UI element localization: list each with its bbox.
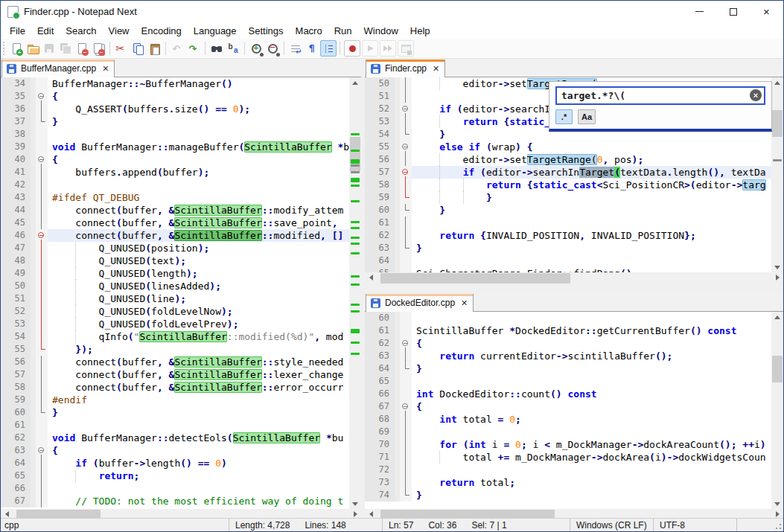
code-line[interactable]: 57 if (editor->searchInTarget(textData.l… <box>365 166 771 179</box>
bookmark-margin[interactable] <box>395 103 400 115</box>
fold-margin[interactable] <box>400 229 412 242</box>
code-line[interactable]: 45 connect(buffer, &ScintillaBuffer::sav… <box>1 217 349 229</box>
scroll-up-arrow[interactable] <box>771 312 783 322</box>
fold-margin[interactable] <box>36 444 48 457</box>
code-line[interactable]: 64} <box>365 362 771 375</box>
code-line[interactable]: 65 <box>365 375 771 388</box>
fold-margin[interactable] <box>400 451 412 464</box>
tab-close-icon[interactable]: ✕ <box>461 298 468 308</box>
bookmark-margin[interactable] <box>31 103 36 115</box>
scroll-right-arrow[interactable] <box>771 272 783 283</box>
code-line[interactable]: 38 <box>1 128 349 141</box>
tab-dockededitor[interactable]: DockedEditor.cpp ✕ <box>366 294 474 312</box>
fold-margin[interactable] <box>400 413 412 426</box>
code-line[interactable]: 74} <box>365 489 771 501</box>
code-line[interactable]: 62 return {INVALID_POSITION, INVALID_POS… <box>365 229 771 242</box>
fold-margin[interactable] <box>36 103 48 115</box>
fold-margin[interactable] <box>400 426 412 438</box>
fold-margin[interactable] <box>36 77 48 90</box>
code-line[interactable]: 52 Q_UNUSED(foldLevelNow); <box>1 305 349 318</box>
code-line[interactable]: 61 <box>1 419 349 432</box>
maximize-button[interactable] <box>716 1 750 22</box>
status-eol-format[interactable]: Windows (CR LF) <box>570 519 653 531</box>
bookmark-margin[interactable] <box>395 153 400 166</box>
v-scrollbar[interactable] <box>771 312 783 509</box>
fold-margin[interactable] <box>36 343 48 356</box>
word-wrap-button[interactable] <box>287 40 304 57</box>
bookmark-margin[interactable] <box>31 191 36 204</box>
fold-margin[interactable] <box>36 368 48 381</box>
fold-margin[interactable] <box>400 204 412 217</box>
scroll-track[interactable] <box>377 272 771 284</box>
close-button[interactable]: × <box>750 1 783 22</box>
code-line[interactable]: 37} <box>1 115 349 128</box>
code-line[interactable]: 73 return total; <box>365 476 771 489</box>
bookmark-margin[interactable] <box>395 464 400 476</box>
bookmark-margin[interactable] <box>31 305 36 318</box>
fold-margin[interactable] <box>400 400 412 413</box>
bookmark-margin[interactable] <box>395 229 400 242</box>
fold-margin[interactable] <box>36 330 48 343</box>
tab-finder[interactable]: Finder.cpp ✕ <box>366 60 445 77</box>
bookmark-margin[interactable] <box>395 267 400 272</box>
fold-margin[interactable] <box>36 242 48 254</box>
bookmark-margin[interactable] <box>31 77 36 90</box>
editor-buffermanager[interactable]: 34BufferManager::~BufferManager()35{36 Q… <box>1 77 361 509</box>
scroll-thumb[interactable] <box>772 110 783 136</box>
bookmark-margin[interactable] <box>395 254 400 267</box>
code-line[interactable]: 42 <box>1 179 349 191</box>
code-line[interactable]: 57 connect(buffer, &ScintillaBuffer::lex… <box>1 368 349 381</box>
code-line[interactable]: 48 Q_UNUSED(text); <box>1 254 349 267</box>
open-file-button[interactable] <box>25 40 41 57</box>
bookmark-margin[interactable] <box>31 267 36 280</box>
fold-margin[interactable] <box>400 324 412 337</box>
fold-margin[interactable] <box>400 77 412 90</box>
bookmark-margin[interactable] <box>31 254 36 267</box>
code-line[interactable]: 39void BufferManager::manageBuffer(Scint… <box>1 141 349 153</box>
fold-margin[interactable] <box>36 419 48 432</box>
scroll-up-arrow[interactable] <box>771 77 783 88</box>
bookmark-margin[interactable] <box>31 368 36 381</box>
bookmark-margin[interactable] <box>395 489 400 501</box>
code-line[interactable]: 66int DockedEditor::count() const <box>365 388 771 400</box>
code-line[interactable]: 61 <box>365 217 771 229</box>
bookmark-margin[interactable] <box>395 312 400 324</box>
scroll-down-arrow[interactable] <box>771 499 783 509</box>
fold-margin[interactable] <box>36 90 48 103</box>
code-line[interactable]: 67 // TODO: not the most efficient way o… <box>1 495 349 507</box>
indentation-guides-button[interactable] <box>320 40 337 57</box>
bookmark-margin[interactable] <box>395 115 400 128</box>
code-line[interactable]: 58 connect(buffer, &ScintillaBuffer::err… <box>1 381 349 394</box>
code-line[interactable]: 41 buffers.append(buffer); <box>1 166 349 179</box>
scroll-right-arrow[interactable] <box>771 509 783 518</box>
bookmark-margin[interactable] <box>31 204 36 217</box>
fold-margin[interactable] <box>400 254 412 267</box>
bookmark-margin[interactable] <box>31 217 36 229</box>
title-bar[interactable]: Finder.cpp - Notepad Next × <box>1 1 783 22</box>
bookmark-margin[interactable] <box>395 362 400 375</box>
bookmark-margin[interactable] <box>31 432 36 444</box>
editor-dockededitor[interactable]: 6061ScintillaBuffer *DockedEditor::getCu… <box>365 312 783 509</box>
scroll-thumb[interactable] <box>380 510 554 518</box>
bookmark-margin[interactable] <box>395 141 400 153</box>
fold-margin[interactable] <box>400 489 412 501</box>
code-line[interactable]: 54 qInfo("ScintillaBuffer::modified(%d)"… <box>1 330 349 343</box>
tab-buffermanager[interactable]: BufferManager.cpp ✕ <box>1 60 115 77</box>
code-line[interactable]: 56 editor->setTargetRange(0, pos); <box>365 153 771 166</box>
fold-margin[interactable] <box>400 242 412 254</box>
scroll-down-arrow[interactable] <box>771 262 783 272</box>
close-file-button[interactable] <box>74 40 90 57</box>
toolbar-grip[interactable] <box>2 42 6 55</box>
regex-toggle-button[interactable]: .* <box>555 109 573 124</box>
bookmark-margin[interactable] <box>395 426 400 438</box>
fold-margin[interactable] <box>400 312 412 324</box>
fold-margin[interactable] <box>36 166 48 179</box>
bookmark-margin[interactable] <box>31 318 36 330</box>
new-file-button[interactable] <box>8 40 25 57</box>
bookmark-margin[interactable] <box>395 128 400 141</box>
fold-margin[interactable] <box>36 457 48 469</box>
fold-margin[interactable] <box>400 179 412 191</box>
scroll-track[interactable] <box>377 509 771 518</box>
bookmark-margin[interactable] <box>395 375 400 388</box>
fold-margin[interactable] <box>400 438 412 451</box>
